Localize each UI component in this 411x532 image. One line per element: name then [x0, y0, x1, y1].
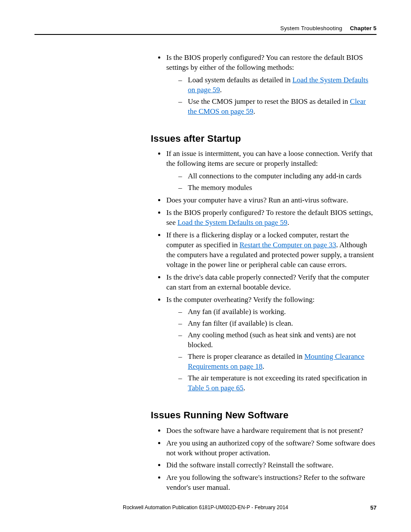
body-text: Any fan (if available) is working.	[188, 308, 286, 316]
list-item: Any fan filter (if available) is clean.	[178, 319, 377, 329]
running-header: System Troubleshooting Chapter 5	[34, 25, 377, 31]
body-text: Did the software install correctly? Rein…	[166, 461, 333, 469]
list-item: Load system defaults as detailed in Load…	[178, 75, 377, 95]
link-load-system-defaults-2[interactable]: Load the System Defaults on page 59	[177, 218, 287, 227]
body-text: If an issue is intermittent, you can hav…	[166, 149, 372, 168]
footer-pubinfo: Rockwell Automation Publication 6181P-UM…	[123, 504, 288, 510]
list-item: Are you using an authorized copy of the …	[165, 439, 377, 458]
list-item: Is the drive's data cable properly conne…	[165, 273, 377, 292]
body-text: .	[220, 86, 222, 94]
content-column: Is the BIOS properly configured? You can…	[151, 35, 377, 493]
footer-page-number: 57	[371, 504, 377, 511]
page: System Troubleshooting Chapter 5 Is the …	[0, 0, 411, 532]
body-text: Is the drive's data cable properly conne…	[166, 273, 369, 291]
list-item: Is the computer overheating? Verify the …	[165, 295, 377, 393]
link-restart-computer[interactable]: Restart the Computer on page 33	[240, 241, 336, 249]
body-text: .	[287, 218, 289, 227]
software-list: Does the software have a hardware requir…	[151, 426, 377, 493]
body-text: Any cooling method (such as heat sink an…	[188, 331, 356, 349]
list-item: Any fan (if available) is working.	[178, 307, 377, 317]
body-text: The air temperature is not exceeding its…	[188, 374, 367, 382]
body-text: Is the computer overheating? Verify the …	[166, 296, 314, 304]
body-text: The memory modules	[188, 184, 252, 192]
list-item: Use the CMOS jumper to reset the BIOS as…	[178, 97, 377, 117]
intro-list: Is the BIOS properly configured? You can…	[151, 53, 377, 117]
body-text: Use the CMOS jumper to reset the BIOS as…	[188, 97, 350, 106]
body-text: Load system defaults as detailed in	[188, 76, 293, 84]
list-item: Did the software install correctly? Rein…	[165, 460, 377, 470]
body-text: Are you following the software's instruc…	[166, 473, 365, 492]
list-item: Does your computer have a virus? Run an …	[165, 196, 377, 205]
startup-b1-sublist: All connections to the computer includin…	[166, 171, 377, 193]
list-item: If an issue is intermittent, you can hav…	[165, 149, 377, 193]
heading-issues-after-startup: Issues after Startup	[151, 132, 377, 145]
page-footer: Rockwell Automation Publication 6181P-UM…	[34, 504, 377, 510]
body-text: Any fan filter (if available) is clean.	[188, 319, 293, 327]
body-text: Does the software have a hardware requir…	[166, 426, 363, 435]
startup-b6-sublist: Any fan (if available) is working. Any f…	[166, 307, 377, 393]
list-item: The air temperature is not exceeding its…	[178, 373, 377, 393]
list-item: Is the BIOS properly configured? You can…	[165, 53, 377, 117]
heading-issues-new-software: Issues Running New Software	[151, 409, 377, 422]
intro-sublist: Load system defaults as detailed in Load…	[166, 75, 377, 117]
body-text: Does your computer have a virus? Run an …	[166, 196, 348, 204]
list-item: Are you following the software's instruc…	[165, 473, 377, 493]
startup-list: If an issue is intermittent, you can hav…	[151, 149, 377, 393]
list-item: Is the BIOS properly configured? To rest…	[165, 208, 377, 228]
list-item: If there is a flickering display or a lo…	[165, 230, 377, 270]
list-item: Does the software have a hardware requir…	[165, 426, 377, 436]
body-text: .	[243, 384, 245, 392]
header-section: System Troubleshooting	[280, 25, 342, 31]
list-item: The memory modules	[178, 183, 377, 193]
body-text: .	[262, 362, 264, 370]
link-table-5[interactable]: Table 5 on page 65	[188, 384, 243, 392]
body-text: All connections to the computer includin…	[188, 172, 361, 180]
list-item: All connections to the computer includin…	[178, 171, 377, 181]
header-chapter: Chapter 5	[350, 25, 377, 31]
body-text: Are you using an authorized copy of the …	[166, 439, 375, 457]
body-text: There is proper clearance as detailed in	[188, 352, 304, 361]
list-item: Any cooling method (such as heat sink an…	[178, 330, 377, 350]
body-text: .	[253, 107, 255, 115]
list-item: There is proper clearance as detailed in…	[178, 352, 377, 372]
body-text: Is the BIOS properly configured? You can…	[166, 53, 363, 72]
